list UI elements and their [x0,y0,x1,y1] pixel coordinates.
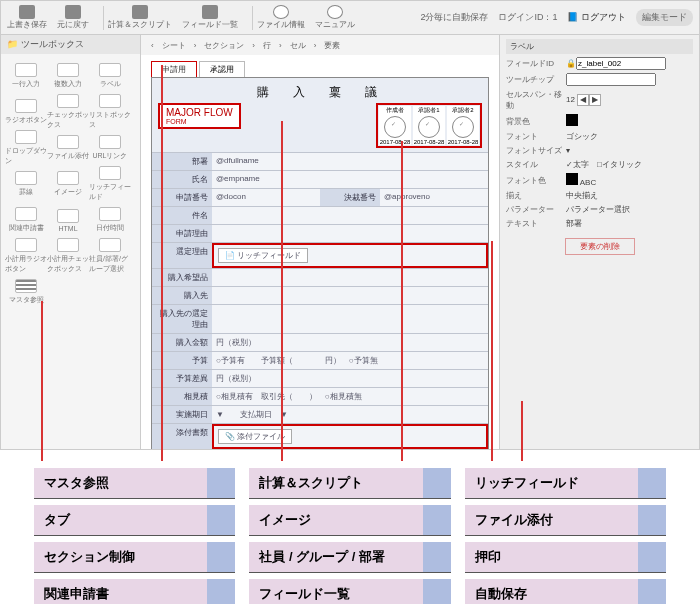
fontcolor-swatch[interactable] [566,173,578,185]
form-box: 購 入 稟 議 MAJOR FLOWFORM 作成者2017-08-28承認者1… [151,77,489,449]
tb-calc[interactable]: 計算＆スクリプト [108,5,172,30]
field-value[interactable]: ▼ 支払期日 ▼ [212,406,488,423]
toolbox-item[interactable]: ドロップダウン [5,130,47,166]
field-value[interactable]: @approveno [380,189,488,206]
edit-mode-toggle[interactable]: 編集モード [636,9,693,26]
toolbox-item[interactable]: 関連申請書 [5,202,47,238]
align-select[interactable]: 中央揃え [566,190,693,201]
toolbox-title: 📁 ツールボックス [1,35,140,54]
form-row: 購入先の選定理由 [152,304,488,333]
text-value[interactable]: 部署 [566,218,693,229]
divider [103,6,104,30]
callout-label: 自動保存 [465,579,666,604]
delete-element-button[interactable]: 要素の削除 [565,238,635,255]
style-checks[interactable]: ✓太字 □イタリック [566,159,693,170]
toolbox-item[interactable]: HTML [47,202,89,238]
field-value[interactable]: 📄 リッチフィールド [212,243,488,268]
toolbox-item[interactable]: ラジオボタン [5,94,47,130]
form-row: 件名 [152,206,488,224]
tab-apply[interactable]: 申請用 [151,61,197,77]
logo: MAJOR FLOWFORM [158,103,241,129]
stamp-cell[interactable]: 承認者12017-08-28 [413,106,445,145]
field-value[interactable]: ○予算有 予算額（ 円） ○予算無 [212,352,488,369]
field-value[interactable] [212,269,488,286]
callout-label: 押印 [465,542,666,573]
toolbox-item[interactable]: チェックボックス [47,94,89,130]
field-value[interactable] [212,305,488,333]
toolbox-item[interactable]: URLリンク [89,130,131,166]
stamp-icon [384,116,406,138]
tooltip-input[interactable] [566,73,656,86]
toolbox-item[interactable]: リストボックス [89,94,131,130]
form-row: 申請理由 [152,224,488,242]
field-value[interactable]: @docon [212,189,320,206]
form-row: 選定理由📄 リッチフィールド [152,242,488,268]
form-row: 申請番号@docon決裁番号@approveno [152,188,488,206]
form-title: 購 入 稟 議 [152,82,488,103]
callout-label: リッチフィールド [465,468,666,499]
field-value[interactable] [212,207,488,224]
tool-icon [15,279,37,293]
tool-icon [57,171,79,185]
logout-link[interactable]: 📘 ログアウト [567,11,626,24]
form-row: 購入金額円（税別） [152,333,488,351]
field-value[interactable]: 円（税別） [212,370,488,387]
tb-manual[interactable]: マニュアル [315,5,355,30]
toolbox-item[interactable]: 複数入力 [47,58,89,94]
help-icon [327,5,343,19]
stamp-cell[interactable]: 承認者22017-08-28 [447,106,479,145]
lock-icon: 🔒 [566,59,576,68]
guide-line [161,65,163,461]
form-row: 添付書類📎 添付ファイル [152,423,488,449]
save-icon [19,5,35,19]
tool-icon [57,63,79,77]
toolbox-item[interactable]: 社員/部署/グループ選択 [89,238,131,274]
field-value[interactable]: 📎 添付ファイル [212,424,488,449]
field-value[interactable] [212,225,488,242]
divider [252,6,253,30]
toolbox-item[interactable]: 日付時間 [89,202,131,238]
param-select[interactable]: パラメーター選択 [566,204,693,215]
toolbox-item[interactable]: 一行入力 [5,58,47,94]
tool-icon [99,238,121,252]
form-row: 実施期日▼ 支払期日 ▼ [152,405,488,423]
topbar: 上書き保存 元に戻す 計算＆スクリプト フィールド一覧 ファイル情報 マニュアル… [1,1,699,35]
toolbox-item[interactable]: ファイル添付 [47,130,89,166]
panel-title: ラベル [506,39,693,54]
tb-fileinfo[interactable]: ファイル情報 [257,5,305,30]
tab-approve[interactable]: 承認用 [199,61,245,77]
font-select[interactable]: ゴシック [566,131,693,142]
toolbox-item[interactable]: イメージ [47,166,89,202]
field-value[interactable] [212,287,488,304]
form-row: 氏名@empname [152,170,488,188]
callout-label: マスタ参照 [34,468,235,499]
tb-undo[interactable]: 元に戻す [57,5,89,30]
richfield-badge[interactable]: 📄 リッチフィールド [218,248,308,263]
tool-icon [99,135,121,149]
tb-fieldlist[interactable]: フィールド一覧 [182,5,238,30]
stamp-cell[interactable]: 作成者2017-08-28 [379,106,411,145]
field-value[interactable]: @dfullname [212,153,488,170]
toolbox-item[interactable]: リッチフィールド [89,166,131,202]
tool-icon [15,171,37,185]
stamp-icon [418,116,440,138]
field-value[interactable]: 円（税別） [212,334,488,351]
toolbox-item[interactable]: 小計用チェックボックス [47,238,89,274]
bgcolor-swatch[interactable] [566,114,578,126]
move-right-button[interactable]: ▶ [589,94,601,106]
toolbox-item[interactable]: ラベル [89,58,131,94]
fontsize-select[interactable]: ▾ [566,146,693,155]
toolbox-item[interactable]: 小計用ラジオボタン [5,238,47,274]
tb-save[interactable]: 上書き保存 [7,5,47,30]
form-row: 購入希望品 [152,268,488,286]
callout-legend: マスタ参照計算＆スクリプトリッチフィールドタブイメージファイル添付セクション制御… [0,450,700,604]
toolbox-item[interactable]: 罫線 [5,166,47,202]
info-icon [273,5,289,19]
form-row: 相見積○相見積有 取引先（ ） ○相見積無 [152,387,488,405]
field-value[interactable]: @empname [212,171,488,188]
guide-line [401,141,403,461]
field-value[interactable]: ○相見積有 取引先（ ） ○相見積無 [212,388,488,405]
field-id-input[interactable] [576,57,666,70]
callout-label: フィールド一覧 [249,579,450,604]
move-left-button[interactable]: ◀ [577,94,589,106]
